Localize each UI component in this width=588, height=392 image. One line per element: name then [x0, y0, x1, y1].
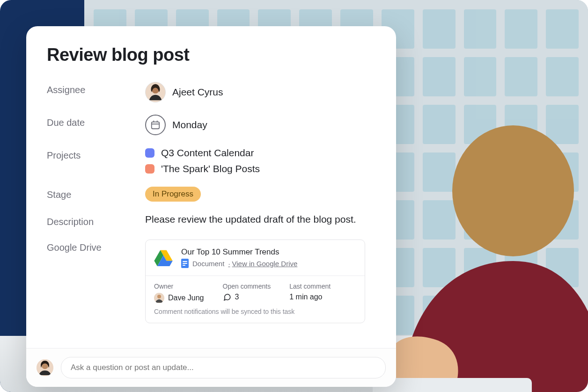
project-item[interactable]: Q3 Content Calendar — [145, 147, 375, 159]
assignee-value[interactable]: Ajeet Cyrus — [145, 82, 375, 102]
due-date-text: Monday — [172, 119, 207, 131]
open-comments-label: Open comments — [223, 283, 271, 290]
app-stage: Review blog post Assignee Ajeet Cyrus Du… — [0, 0, 588, 392]
drive-file-subtitle: Document View in Google Drive — [181, 259, 297, 268]
comment-input[interactable] — [61, 357, 386, 378]
drive-comments-col: Open comments 3 — [223, 283, 271, 303]
project-name: Q3 Content Calendar — [161, 147, 254, 159]
drive-sync-note: Comment notifications will be synced to … — [146, 308, 365, 323]
drive-owner-label: Owner — [154, 283, 204, 290]
due-date-value[interactable]: Monday — [145, 115, 375, 135]
comment-bar — [26, 348, 396, 387]
project-color-chip — [145, 164, 154, 174]
drive-lastcomment-col: Last comment 1 min ago — [289, 283, 331, 303]
view-in-drive-link[interactable]: View in Google Drive — [228, 260, 297, 268]
svg-rect-4 — [152, 122, 160, 129]
assignee-row: Assignee Ajeet Cyrus — [47, 82, 375, 102]
google-drive-icon — [154, 249, 173, 266]
calendar-icon — [145, 115, 166, 135]
stage-pill: In Progress — [145, 187, 201, 202]
last-comment-label: Last comment — [289, 283, 331, 290]
due-date-row: Due date Monday — [47, 115, 375, 135]
project-color-chip — [145, 148, 154, 158]
stage-row: Stage In Progress — [47, 187, 375, 202]
current-user-avatar[interactable] — [37, 359, 53, 376]
assignee-avatar — [145, 82, 166, 102]
google-drive-row: Google Drive Our Top 10 Summer Trends — [47, 240, 375, 323]
google-doc-icon — [181, 259, 189, 268]
svg-point-9 — [157, 295, 161, 298]
drive-owner-avatar — [154, 293, 164, 303]
google-drive-value: Our Top 10 Summer Trends Document View i… — [145, 240, 375, 323]
drive-file-type: Document — [192, 260, 224, 268]
projects-list: Q3 Content Calendar 'The Spark' Blog Pos… — [145, 147, 375, 174]
drive-owner-name: Dave Jung — [168, 294, 204, 302]
open-comments-count: 3 — [235, 293, 239, 301]
project-name: 'The Spark' Blog Posts — [161, 163, 260, 174]
comment-icon — [223, 293, 231, 301]
drive-attachment-header: Our Top 10 Summer Trends Document View i… — [146, 240, 365, 276]
description-text[interactable]: Please review the updated draft of the b… — [145, 214, 375, 225]
drive-file-title: Our Top 10 Summer Trends — [181, 247, 297, 257]
google-drive-label: Google Drive — [47, 240, 145, 253]
svg-point-0 — [452, 125, 574, 256]
task-title: Review blog post — [47, 45, 375, 65]
due-date-label: Due date — [47, 115, 145, 128]
description-label: Description — [47, 214, 145, 227]
drive-attachment-card[interactable]: Our Top 10 Summer Trends Document View i… — [145, 240, 365, 323]
projects-row: Projects Q3 Content Calendar 'The Spark'… — [47, 147, 375, 174]
description-row: Description Please review the updated dr… — [47, 214, 375, 227]
last-comment-value: 1 min ago — [289, 293, 331, 301]
task-detail-card: Review blog post Assignee Ajeet Cyrus Du… — [26, 26, 396, 387]
drive-attachment-meta: Owner Dave Jung Open comments — [146, 276, 365, 308]
stage-value[interactable]: In Progress — [145, 187, 375, 202]
projects-label: Projects — [47, 147, 145, 161]
project-item[interactable]: 'The Spark' Blog Posts — [145, 163, 375, 174]
stage-label: Stage — [47, 187, 145, 200]
drive-owner-value: Dave Jung — [154, 293, 204, 303]
open-comments-value: 3 — [223, 293, 271, 301]
assignee-label: Assignee — [47, 82, 145, 95]
drive-owner-col: Owner Dave Jung — [154, 283, 204, 303]
svg-rect-1 — [373, 378, 532, 392]
assignee-name: Ajeet Cyrus — [172, 87, 223, 98]
